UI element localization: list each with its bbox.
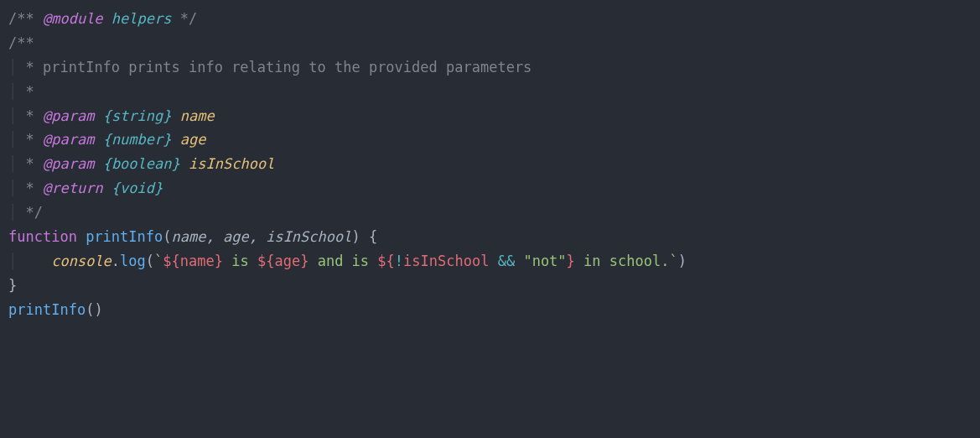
- param-name: age: [180, 131, 206, 148]
- and-operator: &&: [498, 253, 515, 269]
- return-type: {void}: [111, 180, 163, 196]
- function-name: printInfo: [86, 228, 163, 245]
- comment-close: */: [172, 10, 198, 27]
- param-name: isInSchool: [189, 155, 274, 172]
- code-line-9: │ * @return {void}: [8, 176, 972, 201]
- string-literal: not: [532, 253, 558, 269]
- jsdoc-tag-return: @return: [43, 180, 103, 196]
- comment-close: */: [17, 204, 43, 221]
- code-line-13: }: [8, 274, 972, 298]
- code-line-8: │ * @param {boolean} isInSchool: [8, 152, 972, 176]
- jsdoc-tag-module: @module: [43, 10, 103, 27]
- param-type: {number}: [103, 131, 172, 148]
- keyword-function: function: [8, 228, 77, 245]
- code-line-7: │ * @param {number} age: [8, 128, 972, 152]
- not-operator: !: [395, 253, 403, 269]
- code-line-3: /**: [8, 31, 972, 55]
- code-line-12: │ console.log(`${name} is ${age} and is …: [8, 249, 972, 274]
- jsdoc-tag-param: @param: [43, 131, 94, 148]
- module-name: helpers: [111, 10, 172, 27]
- comment-description: printInfo prints info relating to the pr…: [43, 59, 531, 76]
- template-var: name: [180, 253, 215, 269]
- jsdoc-tag-param: @param: [43, 107, 94, 124]
- code-line-6: │ * @param {string} name: [8, 104, 972, 128]
- function-arg: age: [223, 228, 249, 245]
- template-var: age: [274, 253, 300, 269]
- code-line-11: function printInfo(name, age, isInSchool…: [8, 225, 972, 249]
- code-line-1: /** @module helpers */: [8, 7, 972, 31]
- log-method: log: [120, 253, 146, 269]
- code-line-4: │ * printInfo prints info relating to th…: [8, 55, 972, 80]
- function-call: printInfo: [8, 301, 86, 318]
- comment-open: /**: [8, 34, 34, 51]
- jsdoc-tag-param: @param: [43, 155, 94, 172]
- code-line-10: │ */: [8, 201, 972, 225]
- function-arg: name: [172, 228, 206, 245]
- comment-open: /**: [8, 10, 43, 27]
- param-name: name: [180, 107, 215, 124]
- code-line-5: │ *: [8, 80, 972, 104]
- console-object: console: [51, 253, 111, 269]
- param-type: {string}: [103, 107, 172, 124]
- param-type: {boolean}: [103, 155, 180, 172]
- function-arg: isInSchool: [266, 228, 351, 245]
- template-var: isInSchool: [403, 253, 489, 269]
- code-line-15: printInfo(): [8, 298, 972, 322]
